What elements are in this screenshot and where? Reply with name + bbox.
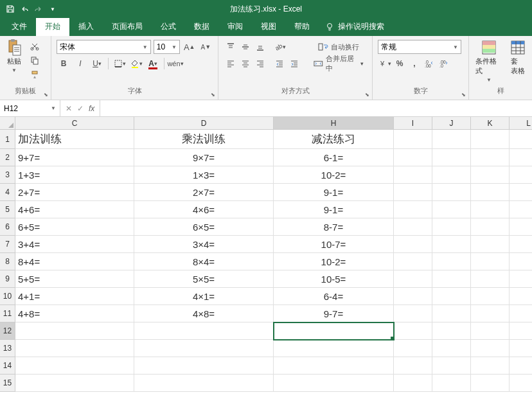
cell-L13[interactable] — [510, 340, 532, 357]
row-header-15[interactable]: 15 — [0, 375, 15, 392]
tab-help[interactable]: 帮助 — [285, 17, 319, 36]
cell-I4[interactable] — [394, 184, 432, 201]
col-header-J[interactable]: J — [432, 117, 471, 130]
cell-K9[interactable] — [471, 270, 510, 288]
cell-K2[interactable] — [471, 149, 510, 166]
cell-I2[interactable] — [394, 149, 432, 166]
tab-home[interactable]: 开始 — [36, 17, 69, 36]
row-header-12[interactable]: 12 — [0, 322, 15, 340]
cell-J13[interactable] — [432, 340, 471, 357]
tab-formulas[interactable]: 公式 — [152, 17, 185, 36]
align-center-button[interactable] — [238, 57, 253, 71]
row-header-2[interactable]: 2 — [0, 149, 15, 166]
cell-K11[interactable] — [471, 305, 510, 322]
save-icon[interactable] — [5, 4, 15, 14]
cut-button[interactable] — [28, 40, 41, 53]
cell-J14[interactable] — [432, 357, 471, 375]
cell-D7[interactable]: 3×4= — [134, 236, 274, 253]
cancel-formula-button[interactable]: ✕ — [66, 104, 72, 113]
cell-L12[interactable] — [510, 322, 532, 340]
cell-L3[interactable] — [510, 166, 532, 184]
cell-H11[interactable]: 9-7= — [274, 305, 394, 322]
cell-H12[interactable] — [274, 322, 394, 340]
cell-D9[interactable]: 5×5= — [134, 270, 274, 288]
orientation-button[interactable]: ab▾ — [272, 40, 287, 54]
cell-I15[interactable] — [394, 375, 432, 392]
row-header-1[interactable]: 1 — [0, 130, 15, 149]
align-right-button[interactable] — [253, 57, 267, 71]
cell-I14[interactable] — [394, 357, 432, 375]
paste-button[interactable]: 粘贴 ▼ — [4, 39, 24, 75]
cell-L8[interactable] — [510, 253, 532, 270]
tab-data[interactable]: 数据 — [185, 17, 218, 36]
cell-C1[interactable]: 加法训练 — [15, 130, 134, 149]
cell-I5[interactable] — [394, 201, 432, 218]
cell-K4[interactable] — [471, 184, 510, 201]
decrease-indent-button[interactable] — [272, 57, 287, 71]
cell-K3[interactable] — [471, 166, 510, 184]
format-table-button[interactable]: 套 表格 — [508, 39, 528, 77]
cell-I1[interactable] — [394, 130, 432, 149]
col-header-L[interactable]: L — [510, 117, 532, 130]
cell-C11[interactable]: 4+8= — [15, 305, 134, 322]
font-size-combo[interactable]: 10▼ — [154, 40, 180, 54]
redo-icon[interactable] — [33, 4, 44, 14]
row-header-11[interactable]: 11 — [0, 305, 15, 322]
cell-I12[interactable] — [394, 322, 432, 340]
tab-file[interactable]: 文件 — [3, 17, 36, 36]
cell-H9[interactable]: 10-5= — [274, 270, 394, 288]
row-header-6[interactable]: 6 — [0, 218, 15, 236]
cell-I7[interactable] — [394, 236, 432, 253]
copy-button[interactable] — [28, 54, 41, 67]
cell-J12[interactable] — [432, 322, 471, 340]
cell-C2[interactable]: 9+7= — [15, 149, 134, 166]
cell-D8[interactable]: 8×4= — [134, 253, 274, 270]
cell-I3[interactable] — [394, 166, 432, 184]
cell-H4[interactable]: 9-1= — [274, 184, 394, 201]
cell-C12[interactable] — [15, 322, 134, 340]
cell-D11[interactable]: 4×8= — [134, 305, 274, 322]
borders-button[interactable]: ▾ — [112, 57, 127, 71]
cell-H2[interactable]: 6-1= — [274, 149, 394, 166]
cell-H1[interactable]: 减法练习 — [274, 130, 394, 149]
number-format-combo[interactable]: 常规▼ — [378, 40, 461, 54]
merge-center-button[interactable]: 合并后居中 ▾ — [310, 57, 367, 71]
cell-L9[interactable] — [510, 270, 532, 288]
cell-C14[interactable] — [15, 357, 134, 375]
cell-J1[interactable] — [432, 130, 471, 149]
row-header-10[interactable]: 10 — [0, 288, 15, 305]
font-name-combo[interactable]: 宋体▼ — [57, 40, 151, 54]
cell-K10[interactable] — [471, 288, 510, 305]
row-header-3[interactable]: 3 — [0, 166, 15, 184]
align-middle-button[interactable] — [238, 40, 253, 54]
cell-H15[interactable] — [274, 375, 394, 392]
cell-K14[interactable] — [471, 357, 510, 375]
cell-K13[interactable] — [471, 340, 510, 357]
fill-color-button[interactable]: ▾ — [129, 57, 143, 71]
cell-C4[interactable]: 2+7= — [15, 184, 134, 201]
row-header-7[interactable]: 7 — [0, 236, 15, 253]
cell-D4[interactable]: 2×7= — [134, 184, 274, 201]
cell-I6[interactable] — [394, 218, 432, 236]
enter-formula-button[interactable]: ✓ — [77, 104, 84, 113]
cell-L6[interactable] — [510, 218, 532, 236]
name-box-dropdown[interactable]: ▼ — [51, 105, 56, 111]
cell-C10[interactable]: 4+1= — [15, 288, 134, 305]
cell-J5[interactable] — [432, 201, 471, 218]
cell-J4[interactable] — [432, 184, 471, 201]
cell-C5[interactable]: 4+6= — [15, 201, 134, 218]
cell-D2[interactable]: 9×7= — [134, 149, 274, 166]
tab-view[interactable]: 视图 — [252, 17, 285, 36]
cell-L15[interactable] — [510, 375, 532, 392]
cell-H7[interactable]: 10-7= — [274, 236, 394, 253]
select-all-corner[interactable] — [0, 117, 15, 130]
tab-page-layout[interactable]: 页面布局 — [103, 17, 152, 36]
cell-D10[interactable]: 4×1= — [134, 288, 274, 305]
cell-H8[interactable]: 10-2= — [274, 253, 394, 270]
conditional-format-button[interactable]: 条件格式 ▼ — [473, 39, 505, 84]
cell-D13[interactable] — [134, 340, 274, 357]
qat-customize-icon[interactable]: ▼ — [48, 4, 58, 14]
decrease-decimal-button[interactable]: .00.0 — [437, 57, 451, 71]
cell-J3[interactable] — [432, 166, 471, 184]
cell-D12[interactable] — [134, 322, 274, 340]
